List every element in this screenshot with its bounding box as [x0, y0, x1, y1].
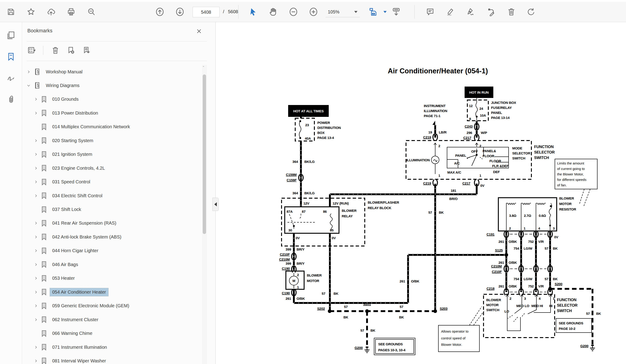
bookmark-label[interactable]: 071 Instrument Illumination	[50, 343, 109, 351]
bookmark-label[interactable]: 013 Power Distribution	[50, 109, 100, 117]
previous-page-icon[interactable]	[154, 6, 166, 18]
bookmark-row[interactable]: 020 Starting System	[22, 134, 200, 147]
bookmark-row[interactable]: 034 Electric Shift Control	[22, 189, 200, 203]
chevron-right-icon[interactable]	[34, 249, 38, 253]
bookmark-row[interactable]: 021 Ignition System	[22, 147, 200, 161]
go-to-bookmark-icon[interactable]	[81, 45, 92, 56]
bookmark-label[interactable]: 062 Instrument Cluster	[50, 316, 101, 324]
fill-and-sign-icon[interactable]	[485, 6, 497, 18]
panel-scrollbar-thumb[interactable]	[203, 74, 206, 234]
bookmark-label[interactable]: 053 Heater	[50, 274, 77, 282]
cloud-upload-icon[interactable]	[45, 6, 57, 18]
chevron-right-icon[interactable]	[34, 290, 38, 294]
sign-pen-icon[interactable]	[464, 6, 476, 18]
bookmark-row[interactable]: 053 Heater	[22, 272, 200, 285]
bookmark-label[interactable]: 066 Warning Chime	[50, 329, 95, 337]
bookmark-row[interactable]: 054 Air Conditioner Heater	[22, 285, 200, 299]
bookmark-row[interactable]: 010 Grounds	[22, 92, 200, 106]
bookmark-row[interactable]: 046 Air Bags	[22, 258, 200, 271]
save-icon[interactable]	[5, 6, 17, 18]
page-number-input[interactable]	[193, 7, 220, 17]
chevron-down-icon[interactable]	[384, 11, 387, 13]
bookmark-label[interactable]: 031 Speed Control	[50, 178, 93, 186]
page-fit-width-icon[interactable]	[367, 6, 379, 18]
delete-pages-icon[interactable]	[506, 6, 517, 18]
zoom-out-icon[interactable]	[287, 6, 299, 18]
page-thumbnails-icon[interactable]	[5, 30, 16, 41]
rotate-page-icon[interactable]	[525, 6, 537, 18]
bookmark-row[interactable]: 037 Shift Lock	[22, 203, 200, 217]
chevron-right-icon[interactable]	[34, 111, 38, 115]
chevron-right-icon[interactable]	[34, 152, 38, 157]
bookmark-row[interactable]: 071 Instrument Illumination	[22, 340, 200, 354]
bookmark-row[interactable]: 059 Generic Electronic Module (GEM)	[22, 299, 200, 313]
chevron-right-icon[interactable]	[34, 317, 38, 322]
bookmark-label[interactable]: 081 Interval Wiper Washer	[50, 357, 108, 364]
chevron-down-icon[interactable]	[26, 83, 31, 88]
bookmark-label[interactable]: 037 Shift Lock	[50, 205, 83, 214]
bookmark-label[interactable]: Workshop Manual	[43, 68, 85, 76]
bookmark-label[interactable]: 059 Generic Electronic Module (GEM)	[50, 302, 132, 310]
chevron-right-icon[interactable]	[34, 221, 38, 225]
close-panel-icon[interactable]	[195, 27, 203, 35]
scrollbar-up-icon[interactable]: ˆ	[203, 66, 204, 70]
bookmark-label[interactable]: 054 Air Conditioner Heater	[50, 288, 108, 296]
bookmark-row[interactable]: 041 Rear Air Suspension (RAS)	[22, 217, 200, 230]
bookmark-label[interactable]: 014 Multiplex Communication Network	[50, 123, 132, 131]
comment-icon[interactable]	[424, 6, 436, 18]
chevron-right-icon[interactable]	[34, 193, 38, 198]
bookmark-options-icon[interactable]	[26, 45, 37, 56]
delete-bookmark-icon[interactable]	[50, 45, 61, 56]
print-icon[interactable]	[65, 6, 77, 18]
hand-tool-icon[interactable]	[267, 6, 279, 18]
chevron-right-icon[interactable]	[34, 345, 38, 349]
next-page-icon[interactable]	[174, 6, 186, 18]
bookmark-label[interactable]: 010 Grounds	[50, 95, 81, 103]
main-toolbar: / 5608 105%	[0, 2, 626, 22]
bookmark-row[interactable]: 013 Power Distribution	[22, 106, 200, 120]
chevron-right-icon[interactable]	[34, 276, 38, 281]
bookmark-row[interactable]: 044 Horn Cigar Lighter	[22, 244, 200, 258]
chevron-right-icon[interactable]	[34, 304, 38, 308]
chevron-right-icon[interactable]	[26, 70, 31, 74]
bookmark-label[interactable]: 041 Rear Air Suspension (RAS)	[50, 219, 118, 227]
zoom-level-select[interactable]: 105%	[325, 7, 360, 17]
scrolling-mode-icon[interactable]	[390, 6, 402, 18]
bookmarks-panel-icon[interactable]	[5, 51, 16, 62]
signatures-panel-icon[interactable]	[5, 73, 16, 84]
chevron-right-icon[interactable]	[34, 180, 38, 184]
bookmark-label[interactable]: 021 Ignition System	[50, 150, 95, 158]
bookmarks-tree: Workshop ManualWiring Diagrams010 Ground…	[22, 65, 200, 364]
bookmark-row[interactable]: 062 Instrument Cluster	[22, 313, 200, 327]
bookmark-row[interactable]: Workshop Manual	[22, 65, 200, 79]
bookmark-row[interactable]: 066 Warning Chime	[22, 327, 200, 340]
search-icon[interactable]	[85, 6, 97, 18]
bookmark-label[interactable]: 034 Electric Shift Control	[50, 192, 105, 200]
chevron-right-icon[interactable]	[34, 166, 38, 170]
bookmark-label[interactable]: 046 Air Bags	[50, 261, 80, 269]
bookmark-row[interactable]: 023 Engine Controls, 4.2L	[22, 161, 200, 175]
bookmark-row[interactable]: 042 Anti-lock Brake System (ABS)	[22, 230, 200, 244]
bookmark-label[interactable]: 044 Horn Cigar Lighter	[50, 247, 101, 255]
chevron-right-icon[interactable]	[34, 138, 38, 143]
bookmark-row[interactable]: 031 Speed Control	[22, 175, 200, 189]
power-box-label: PAGE 13-4	[317, 136, 334, 140]
bookmark-row[interactable]: 081 Interval Wiper Washer	[22, 354, 200, 364]
chevron-right-icon[interactable]	[34, 359, 38, 363]
bookmark-label[interactable]: 020 Starting System	[50, 137, 96, 145]
bookmark-label[interactable]: 042 Anti-lock Brake System (ABS)	[50, 233, 123, 241]
new-bookmark-icon[interactable]	[65, 45, 76, 56]
chevron-right-icon[interactable]	[34, 262, 38, 267]
chevron-right-icon[interactable]	[34, 97, 38, 102]
select-tool-icon[interactable]	[247, 6, 259, 18]
bookmark-label[interactable]: Wiring Diagrams	[43, 81, 82, 90]
attachments-panel-icon[interactable]	[5, 94, 16, 105]
chevron-right-icon[interactable]	[34, 235, 38, 239]
bookmark-label[interactable]: 023 Engine Controls, 4.2L	[50, 164, 107, 172]
collapse-panel-handle[interactable]	[212, 198, 219, 211]
highlighter-icon[interactable]	[444, 6, 456, 18]
bookmark-row[interactable]: Wiring Diagrams	[22, 79, 200, 92]
zoom-in-icon[interactable]	[308, 6, 319, 18]
bookmark-row[interactable]: 014 Multiplex Communication Network	[22, 120, 200, 134]
star-icon[interactable]	[25, 6, 37, 18]
